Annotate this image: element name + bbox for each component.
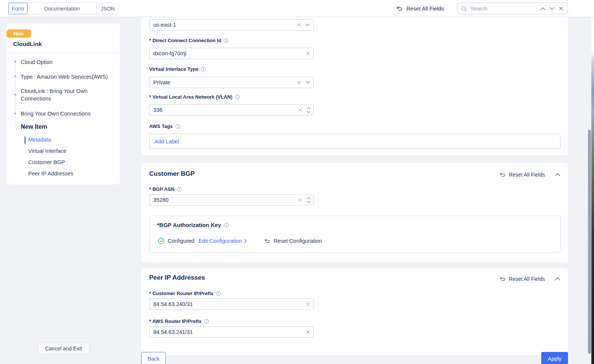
vif-type-select[interactable]	[149, 77, 314, 88]
info-icon[interactable]	[224, 222, 229, 228]
search-icon	[461, 6, 467, 12]
sidebar-title: CloudLink	[13, 41, 42, 47]
connection-id-label-text: * Direct Connect Connection Id	[149, 38, 221, 43]
search-divider	[536, 6, 537, 12]
search-next-icon[interactable]	[547, 4, 556, 14]
sidebar-divider	[6, 53, 120, 53]
bgp-auth-key-box: *BGP Authorization Key Configured Edit C…	[149, 216, 560, 253]
sidebar-item-new-item[interactable]: New Item	[21, 123, 47, 131]
tree-corner	[15, 123, 20, 128]
sidebar-item-peer-ip-addresses[interactable]: Peer IP Addresses	[28, 171, 73, 177]
sidebar-item-customer-bgp[interactable]: Customer BGP	[28, 159, 65, 165]
aws-router-field[interactable]	[149, 326, 314, 338]
edit-configuration-link[interactable]: Edit Configuration	[199, 238, 242, 244]
number-stepper-icon[interactable]	[304, 105, 313, 115]
search-prev-icon[interactable]	[538, 4, 547, 14]
info-icon[interactable]	[204, 319, 209, 324]
sidebar-item-type[interactable]: Type : Amazon Web Services(AWS)	[21, 73, 108, 81]
clear-icon[interactable]	[304, 48, 313, 59]
sidebar-item-cloudlink-byoc[interactable]: CloudLink : Bring Your Own Connections	[21, 87, 100, 102]
connection-id-input[interactable]	[150, 50, 304, 56]
cancel-and-exit-button[interactable]: Cancel and Exit	[38, 343, 89, 354]
collapse-section-icon[interactable]	[555, 173, 560, 176]
customer-bgp-section: Customer BGP Reset All Fields * BGP ASN …	[141, 163, 568, 262]
tab-json[interactable]: JSON	[96, 3, 119, 14]
bgp-asn-label-text: * BGP ASN	[149, 186, 174, 192]
tree-dot	[14, 75, 16, 77]
bgp-asn-input[interactable]	[150, 197, 296, 203]
region-select[interactable]	[149, 19, 314, 30]
wizard-sidebar: New CloudLink Cloud Option Type : Amazon…	[6, 24, 120, 184]
reset-all-fields-label: Reset All Fields	[509, 172, 545, 178]
chevron-down-icon[interactable]	[303, 20, 313, 30]
apply-button[interactable]: Apply	[541, 352, 568, 364]
info-icon[interactable]	[177, 187, 182, 192]
reset-configuration-link[interactable]: Reset Configuration	[273, 238, 322, 244]
reset-all-fields-label: Reset All Fields	[406, 6, 444, 12]
reset-all-fields-customer-bgp[interactable]: Reset All Fields	[499, 172, 545, 178]
vlan-input[interactable]	[150, 107, 296, 113]
customer-router-label: * Customer Router IP/Prefix	[149, 291, 221, 296]
peer-ip-title: Peer IP Addresses	[149, 274, 205, 282]
search-input[interactable]	[470, 6, 535, 12]
clear-icon[interactable]	[295, 20, 303, 30]
back-button[interactable]: Back	[141, 352, 166, 364]
vlan-label: * Virtual Local Area Network (VLAN)	[149, 94, 240, 100]
customer-router-label-text: * Customer Router IP/Prefix	[149, 291, 214, 296]
reset-all-fields-peer-ip[interactable]: Reset All Fields	[499, 276, 545, 282]
aws-router-label: * AWS Router IP/Prefix	[149, 318, 209, 324]
customer-router-field[interactable]	[149, 299, 314, 310]
aws-tags-box[interactable]: Add Label	[149, 134, 560, 149]
aws-router-input[interactable]	[150, 329, 304, 335]
info-icon[interactable]	[201, 67, 206, 72]
aws-tags-label-text: AWS Tags	[149, 123, 173, 129]
chevron-right-icon[interactable]	[244, 239, 247, 243]
undo-icon	[396, 6, 403, 11]
info-icon[interactable]	[216, 291, 221, 296]
info-icon[interactable]	[175, 124, 180, 129]
undo-icon	[499, 277, 506, 282]
bgp-auth-key-label: *BGP Authorization Key	[157, 222, 229, 228]
connection-id-field[interactable]	[149, 48, 314, 59]
vlan-label-text: * Virtual Local Area Network (VLAN)	[149, 94, 232, 100]
reset-all-fields-top[interactable]: Reset All Fields	[396, 0, 444, 17]
clear-icon[interactable]	[296, 105, 304, 115]
chevron-down-icon[interactable]	[303, 77, 313, 88]
peer-ip-section: Peer IP Addresses Reset All Fields * Cus…	[141, 268, 568, 355]
clear-icon[interactable]	[304, 327, 313, 337]
clear-icon[interactable]	[295, 77, 303, 88]
scrollbar-thumb[interactable]	[588, 130, 591, 354]
tab-documentation[interactable]: Documentation	[27, 3, 97, 14]
sidebar-item-virtual-interface[interactable]: Virtual Interface	[28, 148, 66, 154]
undo-icon	[499, 172, 506, 177]
active-item-indicator	[24, 136, 26, 144]
bgp-asn-field[interactable]	[149, 194, 314, 206]
customer-router-input[interactable]	[150, 301, 304, 307]
reset-all-fields-label: Reset All Fields	[509, 276, 545, 282]
vif-type-label-text: Virtual Interface Type	[149, 66, 199, 72]
number-stepper-icon[interactable]	[304, 195, 313, 205]
customer-bgp-title: Customer BGP	[149, 170, 195, 178]
sidebar-item-metadata[interactable]: Metadata	[28, 137, 51, 143]
search-close-icon[interactable]	[556, 4, 565, 14]
vlan-field[interactable]	[149, 104, 314, 116]
bgp-auth-key-label-text: *BGP Authorization Key	[157, 222, 221, 228]
tree-dot	[14, 94, 16, 96]
vif-type-value[interactable]	[150, 79, 295, 85]
collapse-section-icon[interactable]	[555, 277, 560, 280]
sidebar-item-cloud-option[interactable]: Cloud Option	[21, 58, 53, 66]
clear-icon[interactable]	[296, 195, 304, 205]
clear-icon[interactable]	[304, 299, 313, 309]
info-icon[interactable]	[223, 38, 229, 43]
connection-id-label: * Direct Connect Connection Id	[149, 38, 229, 43]
region-select-value[interactable]	[150, 22, 295, 28]
search-box	[457, 3, 568, 14]
add-label-link[interactable]: Add Label	[154, 139, 179, 145]
aws-router-label-text: * AWS Router IP/Prefix	[149, 318, 202, 324]
top-bar: Form Documentation JSON Reset All Fields	[0, 0, 594, 17]
tree-line	[15, 55, 15, 126]
sidebar-item-byoc[interactable]: Bring Your Own Connections	[21, 110, 90, 117]
bgp-auth-key-status-row: Configured Edit Configuration Reset Conf…	[158, 238, 322, 244]
tab-form[interactable]: Form	[8, 3, 27, 14]
info-icon[interactable]	[235, 94, 240, 100]
